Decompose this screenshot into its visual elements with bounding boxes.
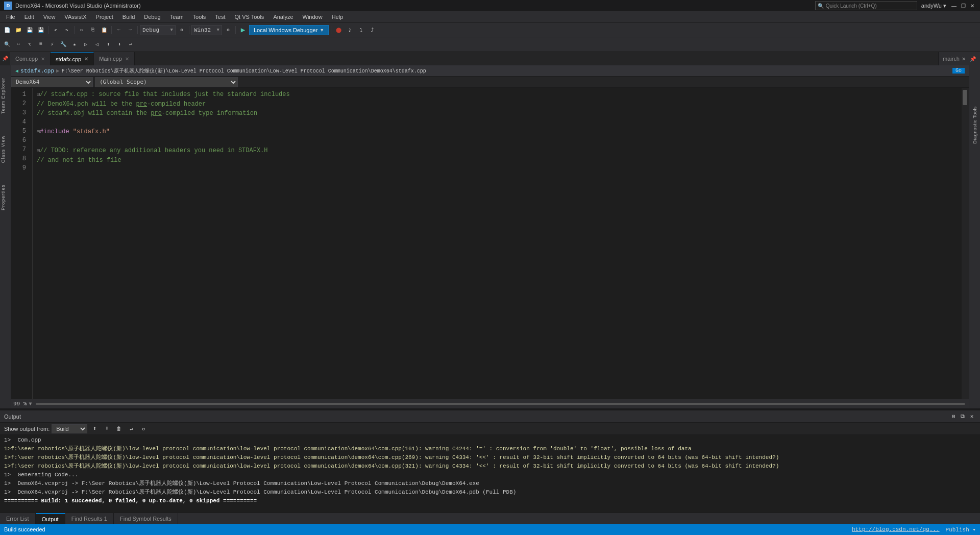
platform-label: Win32 [194, 27, 211, 33]
zoom-dropdown-icon[interactable]: ▼ [29, 401, 32, 407]
menu-test[interactable]: Test [211, 11, 229, 22]
step-out-btn[interactable]: ⤴ [367, 25, 377, 35]
platform-dropdown[interactable]: Win32 ▼ [191, 25, 222, 35]
output-line-3: 1>f:\seer robotics\原子机器人陀螺仪(新)\low-level… [4, 453, 976, 462]
output-line-6: 1> DemoX64.vcxproj -> F:\Seer Robotics\原… [4, 479, 976, 488]
minimize-button[interactable]: — [950, 2, 958, 9]
va-btn-5[interactable]: ⚡ [47, 39, 57, 50]
pin-icon[interactable]: 📌 [970, 56, 976, 62]
hscrollbar-thumb[interactable] [36, 403, 965, 405]
code-content-area[interactable]: ⊟// stdafx.cpp : source file that includ… [33, 88, 962, 399]
tab-stdafx-cpp-label: stdafx.cpp [56, 56, 81, 62]
menu-vassistx[interactable]: VAssistX [60, 11, 90, 22]
tab-main-h[interactable]: main.h ✕ 📌 [938, 52, 980, 65]
user-label[interactable]: andyWu ▾ [921, 3, 946, 9]
menu-file[interactable]: File [2, 11, 19, 22]
tab-main-cpp-close[interactable]: ✕ [125, 56, 129, 62]
output-clear-btn[interactable]: 🗑 [114, 424, 124, 434]
menu-view[interactable]: View [39, 11, 60, 22]
breakpt-btn[interactable]: ⬤ [333, 25, 344, 35]
cut-btn[interactable]: ✂ [77, 25, 87, 35]
menu-edit[interactable]: Edit [20, 11, 38, 22]
back-btn[interactable]: ← [114, 25, 124, 35]
menu-bar: File Edit View VAssistX Project Build De… [0, 11, 980, 22]
menu-tools[interactable]: Tools [189, 11, 210, 22]
main-content-area: Team Explorer Class View Properties ◀ st… [0, 65, 980, 408]
tab-com-cpp-close[interactable]: ✕ [41, 56, 45, 62]
va-btn-6[interactable]: 🔧 [58, 39, 68, 50]
go-button[interactable]: Go [952, 68, 965, 74]
tab-pin-btn[interactable]: 📌 [2, 56, 8, 62]
output-close-btn[interactable]: ✕ [968, 412, 976, 421]
build-status-text: Build succeeded [4, 526, 45, 532]
config-mgr-btn[interactable]: ⚙ [177, 25, 187, 35]
output-source-dropdown[interactable]: Build Debug General [52, 424, 87, 433]
output-content[interactable]: 1> Com.cpp 1>f:\seer robotics\原子机器人陀螺仪(新… [0, 435, 980, 513]
va-btn-10[interactable]: ⬆ [103, 39, 113, 50]
project-scope-dropdown[interactable]: DemoX64 [11, 77, 93, 87]
maximize-button[interactable]: ❐ [960, 2, 967, 9]
code-editor[interactable]: 1 2 3 4 5 6 7 8 9 ⊟// stdafx.cpp : sourc… [11, 88, 969, 399]
va-btn-2[interactable]: ↔ [13, 39, 23, 50]
save-btn[interactable]: 💾 [24, 25, 35, 35]
output-float-btn[interactable]: ⊟ [949, 412, 958, 421]
bottom-tab-error-list[interactable]: Error List [0, 513, 36, 524]
va-btn-1[interactable]: 🔍 [2, 39, 12, 50]
horizontal-scrollbar[interactable] [36, 403, 965, 405]
step-in-btn[interactable]: ⤵ [356, 25, 366, 35]
output-go-up-btn[interactable]: ⬆ [89, 424, 100, 434]
output-refresh-btn[interactable]: ↺ [138, 424, 149, 434]
undo-btn[interactable]: ↶ [51, 25, 61, 35]
va-btn-9[interactable]: ◁ [92, 39, 102, 50]
va-btn-3[interactable]: ⌥ [24, 39, 35, 50]
bottom-tab-find-results-1[interactable]: Find Results 1 [65, 513, 114, 524]
menu-build[interactable]: Build [118, 11, 139, 22]
global-scope-dropdown[interactable]: (Global Scope) [95, 77, 238, 87]
va-btn-12[interactable]: ↩ [126, 39, 136, 50]
new-project-btn[interactable]: 📄 [2, 25, 12, 35]
publish-button[interactable]: Publish ▾ [946, 526, 976, 533]
menu-team[interactable]: Team [166, 11, 188, 22]
menu-analyze[interactable]: Analyze [269, 11, 297, 22]
va-btn-7[interactable]: ★ [69, 39, 80, 50]
va-btn-11[interactable]: ⬇ [114, 39, 125, 50]
quick-launch-placeholder[interactable]: Quick Launch (Ctrl+Q) [826, 3, 915, 9]
open-btn[interactable]: 📁 [13, 25, 23, 35]
properties-tab[interactable]: Properties [1, 174, 11, 221]
tab-com-cpp[interactable]: Com.cpp ✕ [10, 52, 51, 65]
toolbar-sep-7 [331, 26, 331, 34]
launch-prev-btn[interactable]: ▶ [238, 25, 248, 35]
menu-project[interactable]: Project [92, 11, 117, 22]
nav-back-icon[interactable]: ◀ [15, 68, 18, 74]
va-btn-8[interactable]: ▷ [81, 39, 91, 50]
config-dropdown[interactable]: Debug ▼ [140, 25, 176, 35]
bottom-tab-find-symbol-results[interactable]: Find Symbol Results [114, 513, 178, 524]
editor-vscrollbar[interactable] [962, 88, 969, 399]
tab-stdafx-cpp[interactable]: stdafx.cpp ✕ [51, 52, 94, 65]
status-link[interactable]: http://blog.csdn.net/qq... [852, 526, 940, 533]
main-h-close[interactable]: ✕ [962, 56, 966, 62]
team-explorer-tab[interactable]: Team Explorer [1, 67, 11, 124]
menu-help[interactable]: Help [328, 11, 348, 22]
copy-btn[interactable]: ⎘ [88, 25, 98, 35]
menu-window[interactable]: Window [299, 11, 327, 22]
platform-mgr-btn[interactable]: ⚙ [223, 25, 233, 35]
tab-main-cpp[interactable]: Main.cpp ✕ [94, 52, 135, 65]
forward-btn[interactable]: → [125, 25, 135, 35]
menu-qt-vs-tools[interactable]: Qt VS Tools [230, 11, 268, 22]
redo-btn[interactable]: ↷ [62, 25, 72, 35]
launch-debugger-button[interactable]: Local Windows Debugger ▼ [249, 25, 329, 35]
tab-stdafx-cpp-close[interactable]: ✕ [84, 56, 88, 62]
close-button[interactable]: ✕ [969, 2, 976, 9]
save-all-btn[interactable]: 💾 [36, 25, 46, 35]
step-over-btn[interactable]: ⤸ [345, 25, 355, 35]
output-dock-btn[interactable]: ⧉ [959, 412, 967, 421]
paste-btn[interactable]: 📋 [99, 25, 109, 35]
output-go-down-btn[interactable]: ⬇ [102, 424, 112, 434]
diagnostic-tools-label[interactable]: Diagnostic Tools [972, 106, 977, 143]
class-view-tab[interactable]: Class View [1, 125, 11, 173]
output-word-wrap-btn[interactable]: ↵ [126, 424, 136, 434]
va-btn-4[interactable]: ≡ [36, 39, 46, 50]
menu-debug[interactable]: Debug [140, 11, 164, 22]
bottom-tab-output[interactable]: Output [36, 513, 65, 524]
